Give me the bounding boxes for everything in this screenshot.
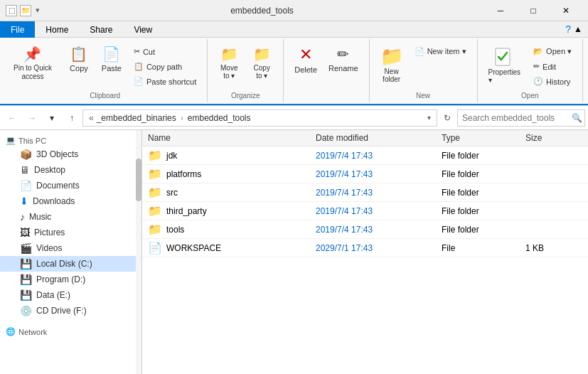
search-input[interactable] <box>462 113 569 123</box>
move-to-button[interactable]: 📁 Moveto ▾ <box>213 42 245 83</box>
sidebar-item-3d-objects[interactable]: 📦 3D Objects <box>0 146 141 162</box>
copy-button[interactable]: 📋 Copy <box>63 42 95 76</box>
sidebar-item-desktop[interactable]: 🖥 Desktop <box>0 162 141 178</box>
file-label-platforms: platforms <box>166 169 201 179</box>
sidebar-item-music[interactable]: ♪ Music <box>0 209 141 225</box>
table-row[interactable]: 📄 WORKSPACE 2029/7/1 17:43 File 1 KB <box>142 239 588 257</box>
cut-label: Cut <box>143 48 155 56</box>
new-folder-button[interactable]: 📁 Newfolder <box>375 42 408 87</box>
file-label-third-party: third_party <box>166 206 207 216</box>
new-folder-label: Newfolder <box>383 68 400 83</box>
table-row[interactable]: 📁 tools 2019/7/4 17:43 File folder <box>142 220 588 239</box>
program-d-icon: 💾 <box>20 274 32 285</box>
minimize-button[interactable]: ─ <box>484 0 517 21</box>
tab-home[interactable]: Home <box>35 21 79 38</box>
folder-icon-jdk: 📁 <box>148 149 162 162</box>
forward-button[interactable]: → <box>23 109 41 127</box>
sidebar-item-cd-drive-f[interactable]: 💿 CD Drive (F:) <box>0 303 141 319</box>
search-icon: 🔍 <box>572 113 582 123</box>
recent-locations-button[interactable]: ▾ <box>43 109 61 127</box>
move-to-icon: 📁 <box>220 46 238 63</box>
sidebar-item-pictures[interactable]: 🖼 Pictures <box>0 225 141 240</box>
copy-path-button[interactable]: 📋 Copy path <box>129 60 201 73</box>
address-dropdown-button[interactable]: ▾ <box>427 114 431 122</box>
folder-icon-title: 📁 <box>20 5 31 16</box>
table-row[interactable]: 📁 src 2019/7/4 17:43 File folder <box>142 183 588 202</box>
sidebar-scrollbar[interactable] <box>136 130 141 374</box>
breadcrumb-embedded-tools[interactable]: embedded_tools <box>188 113 251 123</box>
paste-shortcut-icon: 📄 <box>134 77 144 86</box>
properties-label: Properties▾ <box>488 68 521 84</box>
tab-view[interactable]: View <box>123 21 163 38</box>
move-to-label: Moveto ▾ <box>220 64 237 80</box>
sidebar-item-program-d[interactable]: 💾 Program (D:) <box>0 272 141 287</box>
ribbon-collapse-icon[interactable]: ▲ <box>574 24 582 34</box>
close-button[interactable]: ✕ <box>550 0 582 21</box>
maximize-button[interactable]: □ <box>517 0 550 21</box>
title-bar-controls: ─ □ ✕ <box>484 0 582 21</box>
properties-button[interactable]: Properties▾ <box>483 42 526 87</box>
refresh-button[interactable]: ↻ <box>439 109 456 127</box>
file-name-third-party: 📁 third_party <box>148 204 316 218</box>
open-group-label: Open <box>521 89 538 100</box>
back-button[interactable]: ← <box>3 109 21 127</box>
date-tools: 2019/7/4 17:43 <box>316 225 442 235</box>
new-folder-icon: 📁 <box>380 46 403 68</box>
3d-objects-icon: 📦 <box>20 149 32 160</box>
paste-shortcut-button[interactable]: 📄 Paste shortcut <box>129 75 201 88</box>
cut-button[interactable]: ✂ Cut <box>129 45 201 58</box>
sidebar-this-pc[interactable]: 💻 This PC <box>0 133 141 146</box>
new-item-button[interactable]: 📄 New item ▾ <box>410 45 471 58</box>
file-list: Name Date modified Type Size 📁 jdk 2019/… <box>142 130 588 374</box>
table-row[interactable]: 📁 third_party 2019/7/4 17:43 File folder <box>142 202 588 220</box>
sidebar-label-pictures: Pictures <box>34 228 65 237</box>
sidebar-item-local-disk-c[interactable]: 💾 Local Disk (C:) <box>0 256 141 272</box>
sidebar-item-videos[interactable]: 🎬 Videos <box>0 240 141 256</box>
delete-button[interactable]: ✕ Delete <box>289 42 322 78</box>
ribbon-group-open: Properties▾ 📂 Open ▾ ✏ Edit 🕐 History <box>478 39 584 102</box>
folder-icon-platforms: 📁 <box>148 167 162 181</box>
column-date[interactable]: Date modified <box>316 133 442 143</box>
rename-button[interactable]: ✏ Rename <box>324 42 363 76</box>
table-row[interactable]: 📁 jdk 2019/7/4 17:43 File folder <box>142 146 588 165</box>
tab-share[interactable]: Share <box>79 21 123 38</box>
column-size[interactable]: Size <box>525 133 582 143</box>
paste-button[interactable]: 📄 Paste <box>96 42 127 76</box>
type-workspace: File <box>442 243 525 253</box>
copy-path-icon: 📋 <box>134 62 144 71</box>
open-button[interactable]: 📂 Open ▾ <box>528 45 577 58</box>
new-group-label: New <box>416 89 430 100</box>
tab-file[interactable]: File <box>0 21 35 38</box>
column-type[interactable]: Type <box>442 133 525 143</box>
history-button[interactable]: 🕐 History <box>528 75 577 88</box>
pin-to-quick-access-button[interactable]: 📌 Pin to Quickaccess <box>9 42 57 85</box>
file-label-tools: tools <box>166 225 184 235</box>
sidebar-label-program-d: Program (D:) <box>36 274 85 284</box>
sidebar-network[interactable]: 🌐 Network <box>0 324 141 338</box>
delete-icon: ✕ <box>299 46 312 64</box>
address-bar[interactable]: « _embedded_binaries › embedded_tools ▾ <box>82 109 437 127</box>
sidebar: 💻 This PC 📦 3D Objects 🖥 Desktop 📄 Docum… <box>0 130 142 374</box>
edit-button[interactable]: ✏ Edit <box>528 60 577 73</box>
sidebar-item-downloads[interactable]: ⬇ Downloads <box>0 193 141 209</box>
title-bar: ⬚ 📁 ▾ embedded_tools ─ □ ✕ <box>0 0 588 21</box>
copy-to-button[interactable]: 📁 Copyto ▾ <box>246 42 277 83</box>
sidebar-item-data-e[interactable]: 💾 Data (E:) <box>0 287 141 303</box>
breadcrumb-embedded-binaries[interactable]: _embedded_binaries <box>97 113 176 123</box>
file-name-platforms: 📁 platforms <box>148 167 316 181</box>
ribbon-help-icon[interactable]: ? <box>565 23 571 35</box>
column-name[interactable]: Name <box>148 133 316 143</box>
properties-icon <box>494 47 514 67</box>
network-label: Network <box>18 328 47 336</box>
copy-path-label: Copy path <box>146 63 182 71</box>
pin-label: Pin to Quickaccess <box>14 64 52 81</box>
delete-rename-buttons: ✕ Delete ✏ Rename <box>289 42 363 97</box>
clipboard-buttons: 📌 Pin to Quickaccess 📋 Copy 📄 Paste ✂ Cu… <box>9 42 201 89</box>
up-button[interactable]: ↑ <box>63 109 81 127</box>
sidebar-item-documents[interactable]: 📄 Documents <box>0 178 141 193</box>
new-buttons: 📁 Newfolder 📄 New item ▾ <box>375 42 471 89</box>
ribbon-group-delete-rename: ✕ Delete ✏ Rename <box>284 39 369 102</box>
open-icon: 📂 <box>533 47 543 56</box>
table-row[interactable]: 📁 platforms 2019/7/4 17:43 File folder <box>142 165 588 183</box>
type-third-party: File folder <box>442 206 525 216</box>
